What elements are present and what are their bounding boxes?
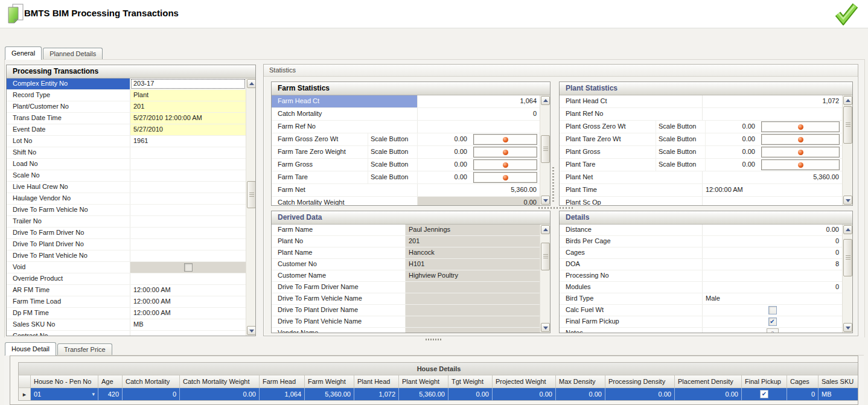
scrollbar-thumb[interactable] (541, 135, 550, 163)
column-header[interactable]: Placement Density (675, 375, 742, 388)
property-row[interactable]: Vendor Name (272, 328, 540, 333)
property-value[interactable]: 203-17 (130, 78, 246, 89)
property-row[interactable]: Plant Ref No (560, 108, 842, 121)
property-row[interactable]: Birds Per Cage0 (560, 236, 842, 247)
property-value[interactable]: 8 (703, 259, 842, 270)
vertical-scrollbar[interactable] (540, 225, 550, 333)
property-row[interactable]: Customer NameHighview Poultry (272, 270, 540, 282)
property-value[interactable]: Paul Jennings (406, 225, 540, 235)
column-header[interactable]: Catch Mortality (123, 375, 180, 388)
property-row[interactable]: Plant Sc Op (560, 197, 842, 205)
property-row[interactable]: Dp FM Time12:00:00 AM (7, 308, 246, 319)
column-header[interactable]: Plant Weight (399, 375, 448, 388)
property-value[interactable]: 5,360.00 (418, 184, 540, 196)
scrollbar-thumb[interactable] (541, 243, 550, 270)
property-row[interactable]: Catch Mortality0 (272, 108, 540, 121)
column-header[interactable]: Tgt Weight (448, 375, 493, 388)
property-value[interactable]: 12:00:00 AM (130, 296, 246, 307)
property-value[interactable]: 12:00:00 AM (130, 285, 246, 296)
property-row[interactable]: Farm Head Ct1,064 (272, 95, 540, 108)
property-row[interactable]: Override Product (7, 273, 246, 285)
property-row[interactable]: Farm Ref No (272, 121, 540, 133)
property-value[interactable]: 5/27/2010 (130, 124, 246, 135)
checkbox-checked[interactable] (760, 390, 768, 398)
table-cell[interactable]: 0.00 (605, 388, 675, 401)
table-cell[interactable]: 0.00 (675, 388, 742, 401)
property-value[interactable]: H101 (406, 259, 540, 270)
property-value[interactable]: 12:00:00 AM (130, 308, 246, 319)
property-value[interactable] (703, 197, 842, 205)
property-row[interactable]: Farm TareScale Button0.00 (272, 171, 540, 184)
column-header[interactable]: Sales SKU (819, 375, 858, 388)
scale-button[interactable] (761, 147, 840, 158)
property-value[interactable]: Hancock (406, 247, 540, 258)
property-value[interactable]: 12:00:00 AM (703, 184, 842, 196)
property-row[interactable]: Live Haul Crew No (7, 182, 246, 193)
property-row[interactable]: DOA8 (560, 259, 842, 270)
column-header[interactable]: Plant Head (354, 375, 399, 388)
property-row[interactable]: Farm Time Load12:00:00 AM (7, 296, 246, 308)
scroll-up-icon[interactable] (843, 225, 852, 234)
property-value[interactable] (130, 331, 246, 336)
property-value[interactable] (130, 159, 246, 170)
property-value[interactable] (703, 270, 842, 281)
property-value[interactable] (418, 121, 540, 133)
property-row[interactable]: Drive To Farm Driver Name (272, 282, 540, 293)
property-row[interactable]: Sales SKU NoMB (7, 319, 246, 331)
property-row[interactable]: Drive To Farm Driver No (7, 228, 246, 239)
property-value[interactable]: MB (130, 319, 246, 330)
scale-button[interactable] (761, 159, 840, 170)
dropdown-chevron-icon[interactable]: ▾ (92, 388, 95, 400)
property-row[interactable]: Plant Time12:00:00 AM (560, 184, 842, 197)
property-row[interactable]: Drive To Plant Driver No (7, 239, 246, 250)
property-value[interactable] (406, 293, 540, 304)
notes-button[interactable]: a (767, 328, 779, 333)
property-row[interactable]: Plant NameHancock (272, 247, 540, 259)
property-value[interactable] (406, 305, 540, 316)
property-value[interactable]: 1,072 (703, 95, 842, 107)
checkbox-unchecked[interactable] (768, 306, 777, 314)
property-value[interactable] (130, 239, 246, 250)
confirm-check-button[interactable] (828, 1, 858, 27)
property-row[interactable]: Drive To Farm Vehicle Name (272, 293, 540, 305)
property-row[interactable]: Complex Entity No203-17 (7, 78, 246, 90)
checkbox-checked[interactable] (768, 317, 777, 326)
property-row[interactable]: Bird TypeMale (560, 293, 842, 305)
column-header[interactable]: Final Pickup (742, 375, 787, 388)
property-value[interactable]: 201 (130, 101, 246, 112)
property-value[interactable] (130, 228, 246, 238)
scroll-down-icon[interactable] (843, 196, 852, 205)
property-value[interactable] (130, 205, 246, 215)
table-cell[interactable]: 1,064 (260, 388, 305, 401)
scroll-up-icon[interactable] (541, 96, 550, 105)
property-row[interactable]: Plant Net5,360.00 (560, 171, 842, 184)
property-value[interactable] (130, 147, 246, 158)
property-value[interactable] (130, 170, 246, 181)
property-value[interactable] (130, 262, 246, 273)
property-row[interactable]: Event Date5/27/2010 (7, 124, 246, 136)
property-row[interactable]: Farm Net5,360.00 (272, 184, 540, 197)
property-row[interactable]: Plant Tare Zero WtScale Button0.00 (560, 133, 842, 146)
property-row[interactable]: Processing No (560, 270, 842, 282)
property-value[interactable]: 1961 (130, 136, 246, 147)
scale-button[interactable] (473, 134, 537, 145)
property-value[interactable] (406, 328, 540, 333)
scale-button[interactable] (761, 134, 840, 145)
property-row[interactable]: Drive To Plant Vehicle No (7, 250, 246, 262)
row-indicator[interactable]: ▸ (18, 388, 31, 401)
property-row[interactable]: Plant TareScale Button0.00 (560, 159, 842, 171)
property-value[interactable]: Highview Poultry (406, 270, 540, 281)
property-value[interactable] (703, 316, 842, 327)
scrollbar-thumb[interactable] (843, 239, 852, 276)
column-header[interactable]: Farm Head (260, 375, 305, 388)
scroll-down-icon[interactable] (843, 323, 852, 332)
scroll-up-icon[interactable] (843, 96, 852, 105)
table-cell[interactable] (742, 388, 787, 401)
property-row[interactable]: Drive To Farm Vehicle No (7, 205, 246, 216)
property-value[interactable]: 0 (703, 282, 842, 293)
property-row[interactable]: Trailer No (7, 216, 246, 228)
property-value[interactable] (130, 273, 246, 284)
scale-button[interactable] (473, 147, 537, 158)
property-row[interactable]: Notesa (560, 328, 842, 333)
row-indicator-header[interactable] (18, 375, 31, 388)
